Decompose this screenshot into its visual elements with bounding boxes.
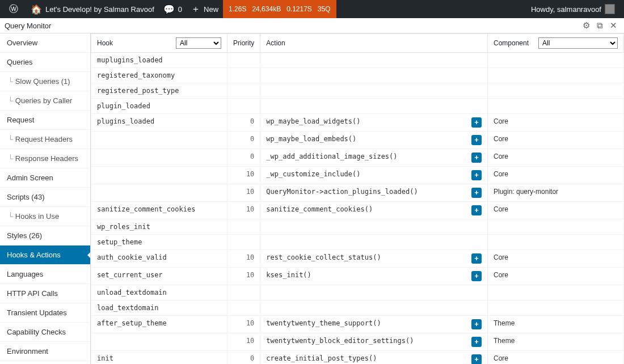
hook-cell: plugin_loaded	[91, 99, 227, 114]
sidebar-item-11[interactable]: Hooks & Actions	[0, 246, 90, 265]
col-priority: Priority	[227, 34, 260, 53]
hook-cell	[91, 132, 227, 149]
component-cell	[488, 285, 624, 300]
sidebar-item-2[interactable]: Slow Queries (1)	[0, 72, 90, 91]
expand-button[interactable]: +	[471, 205, 482, 215]
table-row: wp_roles_init	[91, 219, 624, 235]
sidebar-item-9[interactable]: Hooks in Use	[0, 207, 90, 226]
sidebar-item-12[interactable]: Languages	[0, 265, 90, 284]
expand-button[interactable]: +	[471, 337, 482, 347]
sidebar-item-0[interactable]: Overview	[0, 33, 90, 53]
main-panel: Hook All Priority Action Component All m…	[91, 33, 624, 364]
priority-cell: 0	[227, 114, 260, 132]
new-content[interactable]: ＋New	[187, 0, 223, 18]
col-component: Component All	[488, 34, 624, 53]
hook-filter[interactable]: All	[176, 37, 221, 49]
sidebar-item-8[interactable]: Scripts (43)	[0, 188, 90, 207]
priority-cell: 10	[227, 184, 260, 202]
sidebar-item-7[interactable]: Admin Screen	[0, 168, 90, 188]
priority-cell	[227, 235, 260, 250]
sidebar-item-3[interactable]: Queries by Caller	[0, 91, 90, 111]
priority-cell: 10	[227, 167, 260, 184]
action-cell: wp_maybe_load_embeds()+	[260, 132, 488, 149]
user-menu[interactable]: Howdy, salmanravoof	[526, 0, 619, 18]
sidebar: OverviewQueriesSlow Queries (1)Queries b…	[0, 33, 91, 364]
hook-cell	[91, 184, 227, 202]
component-cell	[488, 219, 624, 235]
expand-button[interactable]: +	[471, 319, 482, 329]
expand-button[interactable]: +	[471, 135, 482, 145]
component-cell: Core	[488, 167, 624, 184]
panel-title: Query Monitor	[5, 22, 51, 30]
action-cell: _wp_customize_include()+	[260, 167, 488, 184]
table-row: init0create_initial_post_types()+Core	[91, 351, 624, 365]
priority-cell: 10	[227, 316, 260, 333]
close-icon[interactable]: ✕	[607, 19, 619, 32]
sidebar-item-16[interactable]: Environment	[0, 342, 90, 361]
hook-cell: plugins_loaded	[91, 114, 227, 132]
table-row: 0_wp_add_additional_image_sizes()+Core	[91, 149, 624, 167]
hooks-table: Hook All Priority Action Component All m…	[91, 33, 624, 364]
table-row: registered_taxonomy	[91, 68, 624, 83]
component-cell	[488, 83, 624, 99]
expand-button[interactable]: +	[471, 117, 482, 128]
hook-cell: muplugins_loaded	[91, 53, 227, 68]
hook-cell: registered_post_type	[91, 83, 227, 99]
action-cell	[260, 235, 488, 250]
sidebar-item-1[interactable]: Queries	[0, 53, 90, 72]
sidebar-item-13[interactable]: HTTP API Calls	[0, 284, 90, 303]
table-row: sanitize_comment_cookies10sanitize_comme…	[91, 202, 624, 219]
plus-icon: ＋	[191, 3, 200, 15]
comment-icon: 💬	[163, 4, 175, 15]
expand-button[interactable]: +	[471, 170, 482, 180]
component-cell	[488, 99, 624, 114]
col-action: Action	[260, 34, 488, 53]
table-row: muplugins_loaded	[91, 53, 624, 68]
priority-cell: 0	[227, 149, 260, 167]
hook-cell: load_textdomain	[91, 300, 227, 316]
component-cell	[488, 300, 624, 316]
expand-button[interactable]: +	[471, 354, 482, 364]
action-cell	[260, 68, 488, 83]
site-name[interactable]: 🏠Let's Develop! by Salman Ravoof	[26, 0, 159, 18]
sidebar-item-4[interactable]: Request	[0, 111, 90, 130]
action-cell: _wp_add_additional_image_sizes()+	[260, 149, 488, 167]
settings-icon[interactable]: ⚙	[580, 19, 592, 32]
table-row: auth_cookie_valid10rest_cookie_collect_s…	[91, 250, 624, 268]
action-cell	[260, 99, 488, 114]
hook-cell	[91, 333, 227, 351]
action-cell	[260, 300, 488, 316]
expand-button[interactable]: +	[471, 253, 482, 264]
priority-cell	[227, 53, 260, 68]
expand-button[interactable]: +	[471, 153, 482, 163]
table-row: unload_textdomain	[91, 285, 624, 300]
sidebar-item-6[interactable]: Response Headers	[0, 149, 90, 168]
admin-bar: ⓦ 🏠Let's Develop! by Salman Ravoof 💬0 ＋N…	[0, 0, 624, 18]
hook-cell: unload_textdomain	[91, 285, 227, 300]
table-row: load_textdomain	[91, 300, 624, 316]
table-row: plugins_loaded0wp_maybe_load_widgets()+C…	[91, 114, 624, 132]
component-cell: Core	[488, 202, 624, 219]
popout-icon[interactable]: ⧉	[593, 19, 606, 32]
col-hook: Hook All	[91, 34, 227, 53]
component-cell: Core	[488, 132, 624, 149]
component-cell: Theme	[488, 316, 624, 333]
expand-button[interactable]: +	[471, 188, 482, 198]
comments[interactable]: 💬0	[159, 0, 187, 18]
expand-button[interactable]: +	[471, 271, 482, 281]
hook-cell	[91, 167, 227, 184]
hook-cell: init	[91, 351, 227, 365]
avatar	[605, 4, 615, 14]
component-filter[interactable]: All	[538, 37, 618, 49]
component-cell	[488, 68, 624, 83]
qm-stats[interactable]: 1.26S 24,634kB 0.1217S 35Q	[223, 0, 336, 18]
sidebar-item-14[interactable]: Transient Updates	[0, 303, 90, 323]
action-cell: sanitize_comment_cookies()+	[260, 202, 488, 219]
sidebar-item-10[interactable]: Styles (26)	[0, 226, 90, 246]
component-cell: Plugin: query-monitor	[488, 184, 624, 202]
wp-logo[interactable]: ⓦ	[5, 0, 26, 18]
sidebar-item-5[interactable]: Request Headers	[0, 130, 90, 149]
hook-cell	[91, 149, 227, 167]
sidebar-item-15[interactable]: Capability Checks	[0, 323, 90, 342]
priority-cell: 0	[227, 351, 260, 365]
